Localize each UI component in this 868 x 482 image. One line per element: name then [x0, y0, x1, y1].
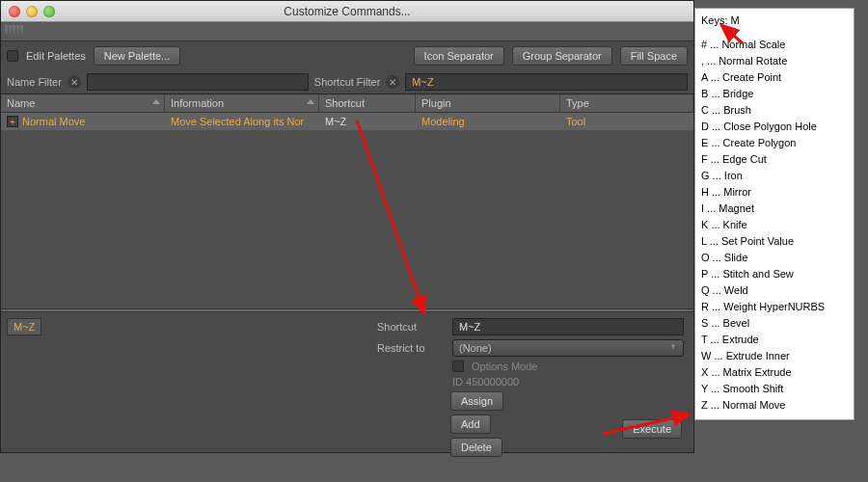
delete-button[interactable]: Delete	[450, 438, 502, 457]
shortcut-filter-label: Shortcut Filter	[314, 76, 380, 88]
grip-icon[interactable]	[1, 22, 40, 40]
shortcut-input[interactable]	[452, 318, 684, 335]
keys-popup-item[interactable]: K ... Knife	[701, 217, 848, 233]
keys-popup-item[interactable]: R ... Weight HyperNURBS	[701, 299, 848, 315]
table-row[interactable]: +Normal Move Move Selected Along its Nor…	[1, 113, 693, 130]
keys-popup-item[interactable]: H ... Mirror	[701, 184, 848, 201]
detail-panel: M~Z Shortcut Restrict to (None) Options …	[1, 312, 693, 438]
keys-popup-item[interactable]: C ... Brush	[701, 102, 848, 119]
keys-popup-item[interactable]: F ... Edge Cut	[701, 151, 848, 168]
keys-popup-item[interactable]: B ... Bridge	[701, 86, 848, 102]
new-palette-button[interactable]: New Palette...	[94, 46, 180, 66]
selected-shortcut-chip[interactable]: M~Z	[7, 318, 41, 335]
cell-shortcut: M~Z	[319, 116, 416, 127]
name-filter-input[interactable]	[87, 73, 309, 91]
clear-name-filter-icon[interactable]: ✕	[68, 75, 81, 89]
id-label: ID 450000000	[452, 376, 519, 388]
keys-popup-item[interactable]: Z ... Normal Move	[701, 397, 848, 414]
keys-popup-item[interactable]: W ... Extrude Inner	[701, 348, 848, 364]
col-name[interactable]: Name	[1, 94, 165, 112]
keys-popup-item[interactable]: P ... Stitch and Sew	[701, 266, 848, 282]
cell-type: Tool	[560, 116, 693, 127]
customize-commands-window: Customize Commands... Edit Palettes New …	[0, 0, 694, 453]
name-filter-label: Name Filter	[7, 76, 62, 88]
commands-table: Name Information Shortcut Plugin Type +N…	[1, 94, 693, 308]
keys-popup-item[interactable]: G ... Iron	[701, 168, 848, 184]
window-title: Customize Commands...	[1, 5, 693, 18]
restrict-label: Restrict to	[377, 342, 445, 354]
col-plugin[interactable]: Plugin	[416, 94, 560, 112]
options-mode-checkbox[interactable]	[452, 361, 464, 372]
titlebar[interactable]: Customize Commands...	[1, 1, 693, 22]
keys-popup-item[interactable]: , ... Normal Rotate	[701, 53, 848, 69]
edit-palettes-label: Edit Palettes	[26, 50, 86, 62]
keys-popup-item[interactable]: X ... Matrix Extrude	[701, 364, 848, 381]
group-separator-button[interactable]: Group Separator	[512, 46, 612, 66]
assign-button[interactable]: Assign	[450, 391, 503, 411]
shortcut-label: Shortcut	[377, 321, 445, 333]
keys-popup-item[interactable]: O ... Slide	[701, 250, 848, 266]
cell-name: Normal Move	[22, 116, 85, 127]
keys-popup-item[interactable]: A ... Create Point	[701, 69, 848, 86]
table-empty-area	[1, 130, 693, 308]
keys-popup: Keys: M # ... Normal Scale, ... Normal R…	[694, 8, 854, 420]
col-info[interactable]: Information	[165, 94, 319, 112]
icon-separator-button[interactable]: Icon Separator	[414, 46, 504, 66]
keys-popup-item[interactable]: E ... Create Polygon	[701, 135, 848, 151]
sort-asc-icon	[307, 99, 314, 104]
fill-space-button[interactable]: Fill Space	[620, 46, 688, 66]
cell-info: Move Selected Along its Nor	[165, 116, 319, 127]
execute-button[interactable]: Execute	[622, 419, 682, 439]
edit-palettes-checkbox[interactable]	[7, 50, 18, 62]
keys-popup-item[interactable]: Q ... Weld	[701, 282, 848, 299]
options-mode-label: Options Mode	[472, 361, 537, 372]
keys-popup-item[interactable]: I ... Magnet	[701, 201, 848, 217]
shortcut-filter-input[interactable]	[405, 73, 688, 91]
col-shortcut[interactable]: Shortcut	[319, 94, 416, 112]
add-button[interactable]: Add	[450, 415, 491, 434]
keys-popup-item[interactable]: S ... Bevel	[701, 315, 848, 332]
cell-plugin: Modeling	[416, 116, 560, 127]
clear-shortcut-filter-icon[interactable]: ✕	[386, 75, 399, 89]
keys-popup-header: Keys: M	[701, 13, 848, 29]
col-type[interactable]: Type	[560, 94, 693, 112]
sort-asc-icon	[152, 99, 160, 104]
keys-popup-item[interactable]: L ... Set Point Value	[701, 233, 848, 250]
keys-popup-item[interactable]: Y ... Smooth Shift	[701, 381, 848, 397]
toolbar-strip	[1, 22, 693, 41]
keys-popup-item[interactable]: D ... Close Polygon Hole	[701, 119, 848, 135]
add-command-icon[interactable]: +	[7, 116, 18, 127]
keys-popup-item[interactable]: # ... Normal Scale	[701, 37, 848, 53]
restrict-select[interactable]: (None)	[452, 339, 684, 357]
keys-popup-item[interactable]: T ... Extrude	[701, 332, 848, 348]
